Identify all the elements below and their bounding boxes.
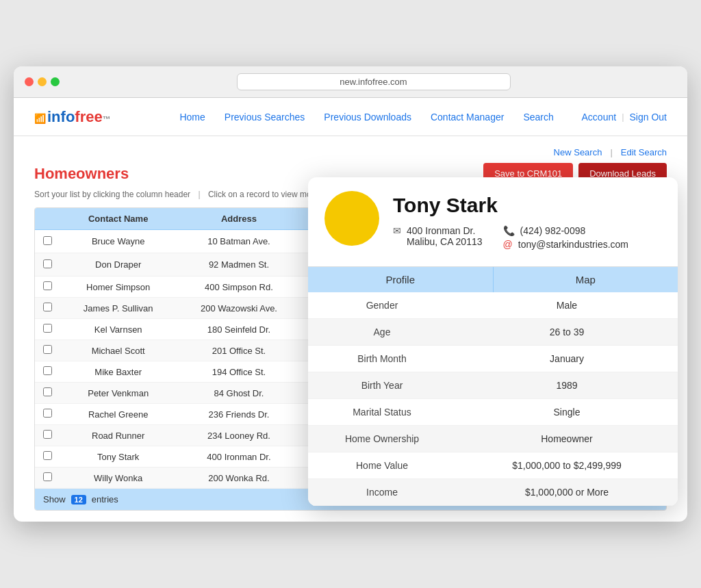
popup-phone: 📞 (424) 982-0098 (503, 225, 629, 236)
profile-row: Age 26 to 39 (308, 319, 678, 346)
checkbox-input-2[interactable] (43, 281, 52, 290)
row-checkbox-8[interactable] (35, 404, 60, 425)
checkbox-input-6[interactable] (43, 366, 52, 375)
profile-field-5: Home Ownership (308, 426, 456, 452)
logo: 📶infofree™ (34, 108, 111, 126)
popup-address-block: ✉ 400 Ironman Dr. Malibu, CA 20113 (393, 225, 483, 250)
row-checkbox-2[interactable] (35, 277, 60, 298)
nav-previous-downloads[interactable]: Previous Downloads (324, 112, 411, 123)
wifi-icon: 📶 (34, 113, 46, 124)
popup-phone-number: (424) 982-0098 (520, 225, 586, 236)
tab-profile[interactable]: Profile (308, 267, 494, 292)
profile-row: Marital Status Single (308, 399, 678, 426)
cell-name-11: Willy Wonka (60, 468, 176, 489)
browser-window: new.infofree.com 📶infofree™ Home Previou… (14, 66, 687, 522)
row-checkbox-1[interactable] (35, 253, 60, 277)
edit-search-button[interactable]: Edit Search (621, 147, 667, 157)
checkbox-input-11[interactable] (43, 472, 52, 481)
cell-address-11: 200 Wonka Rd. (176, 468, 301, 489)
row-checkbox-11[interactable] (35, 468, 60, 489)
profile-value-7: $1,000,000 or More (456, 479, 678, 506)
cell-address-0: 10 Batman Ave. (176, 230, 301, 253)
row-checkbox-7[interactable] (35, 383, 60, 404)
profile-field-6: Home Value (308, 452, 456, 479)
nav-home[interactable]: Home (179, 112, 205, 123)
profile-row: Home Ownership Homeowner (308, 426, 678, 452)
email-icon: @ (503, 239, 513, 250)
popup-contact-info: Tony Stark ✉ 400 Ironman Dr. Malibu, CA … (393, 191, 628, 250)
action-divider: | (610, 147, 612, 157)
nav-previous-searches[interactable]: Previous Searches (225, 112, 305, 123)
cell-address-1: 92 Madmen St. (176, 253, 301, 277)
row-checkbox-5[interactable] (35, 340, 60, 361)
row-checkbox-6[interactable] (35, 361, 60, 383)
avatar (324, 191, 379, 246)
checkbox-input-8[interactable] (43, 409, 52, 418)
account-link[interactable]: Account (582, 112, 617, 123)
popup-email: @ tony@starkindustries.com (503, 239, 629, 250)
popup-email-address: tony@starkindustries.com (518, 239, 628, 250)
row-checkbox-4[interactable] (35, 319, 60, 340)
checkbox-input-5[interactable] (43, 345, 52, 354)
new-search-button[interactable]: New Search (554, 147, 602, 157)
cell-name-8: Rachel Greene (60, 404, 176, 425)
cell-name-9: Road Runner (60, 425, 176, 446)
cell-address-3: 200 Wazowski Ave. (176, 298, 301, 319)
profile-row: Home Value $1,000,000 to $2,499,999 (308, 452, 678, 479)
cell-name-7: Peter Venkman (60, 383, 176, 404)
th-address[interactable]: Address (176, 208, 301, 230)
profile-value-1: 26 to 39 (456, 319, 678, 346)
tab-map[interactable]: Map (494, 267, 678, 292)
profile-value-3: 1989 (456, 372, 678, 399)
profile-table-body: Gender Male Age 26 to 39 Birth Month Jan… (308, 292, 678, 506)
row-checkbox-0[interactable] (35, 230, 60, 253)
address-bar[interactable]: new.infofree.com (237, 73, 511, 90)
profile-row: Income $1,000,000 or More (308, 479, 678, 506)
row-checkbox-9[interactable] (35, 425, 60, 446)
cell-address-4: 180 Seinfeld Dr. (176, 319, 301, 340)
profile-row: Birth Month January (308, 346, 678, 372)
cell-address-2: 400 Simpson Rd. (176, 277, 301, 298)
checkbox-input-7[interactable] (43, 387, 52, 396)
traffic-lights (25, 77, 60, 86)
logo-tm: ™ (103, 114, 111, 124)
cell-address-9: 234 Looney Rd. (176, 425, 301, 446)
cell-name-5: Michael Scott (60, 340, 176, 361)
sign-out-link[interactable]: Sign Out (630, 112, 667, 123)
checkbox-input-3[interactable] (43, 303, 52, 311)
checkbox-input-4[interactable] (43, 324, 52, 333)
minimize-button[interactable] (38, 77, 47, 86)
entries-label: entries (92, 494, 118, 504)
checkbox-input-1[interactable] (43, 259, 52, 268)
row-checkbox-10[interactable] (35, 446, 60, 468)
th-checkbox[interactable] (35, 208, 60, 230)
checkbox-input-9[interactable] (43, 430, 52, 439)
checkbox-input-10[interactable] (43, 451, 52, 460)
close-button[interactable] (25, 77, 34, 86)
th-contact-name[interactable]: Contact Name (60, 208, 176, 230)
phone-icon: 📞 (503, 225, 515, 236)
checkbox-input-0[interactable] (43, 236, 52, 245)
page-title: Homeowners (34, 165, 129, 183)
address-text: 400 Ironman Dr. Malibu, CA 20113 (407, 225, 483, 247)
show-label: Show (43, 494, 66, 504)
subtitle-divider-char: | (198, 190, 202, 199)
subtitle-right: Click on a record to view more (208, 190, 318, 199)
profile-value-4: Single (456, 399, 678, 426)
maximize-button[interactable] (51, 77, 60, 86)
page-content: New Search | Edit Search Homeowners Save… (14, 136, 687, 522)
address-line2: Malibu, CA 20113 (407, 236, 483, 247)
cell-address-10: 400 Ironman Dr. (176, 446, 301, 468)
address-icon: ✉ (393, 225, 401, 236)
nav-search[interactable]: Search (523, 112, 553, 123)
profile-field-1: Age (308, 319, 456, 346)
popup-name: Tony Stark (393, 191, 628, 217)
cell-name-0: Bruce Wayne (60, 230, 176, 253)
subtitle-left: Sort your list by clicking the column he… (34, 190, 190, 199)
nav-contact-manager[interactable]: Contact Manager (431, 112, 504, 123)
row-checkbox-3[interactable] (35, 298, 60, 319)
popup-body: Gender Male Age 26 to 39 Birth Month Jan… (308, 292, 678, 506)
nav-divider: | (622, 112, 624, 122)
popup-header: Tony Stark ✉ 400 Ironman Dr. Malibu, CA … (308, 177, 678, 261)
main-nav: Home Previous Searches Previous Download… (152, 112, 582, 123)
